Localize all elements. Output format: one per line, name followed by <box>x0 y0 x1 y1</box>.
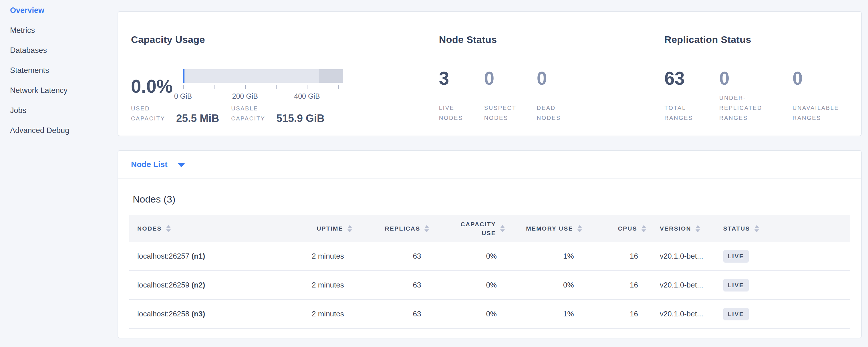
sidebar-item-statements[interactable]: Statements <box>10 60 118 81</box>
sidebar-item-network-latency[interactable]: Network Latency <box>10 81 118 100</box>
gauge-tick <box>183 85 184 89</box>
usable-capacity-label: USABLE CAPACITY <box>231 103 271 124</box>
sidebar-item-advanced-debug[interactable]: Advanced Debug <box>10 120 118 140</box>
sort-arrows-icon[interactable] <box>166 225 171 232</box>
sort-arrows-icon[interactable] <box>347 225 352 232</box>
unavailable-ranges-label: UNAVAILABLE RANGES <box>793 103 850 123</box>
table-header-row: NODESUPTIMEREPLICASCAPACITY USEMEMORY US… <box>129 215 850 242</box>
cell-uptime: 2 minutes <box>282 242 355 271</box>
column-header-label: MEMORY USE <box>526 225 573 232</box>
nodes-section-title: Nodes (3) <box>133 194 850 205</box>
usable-capacity-stat: USABLE CAPACITY 515.9 GiB <box>231 103 324 124</box>
sidebar-item-overview[interactable]: Overview <box>10 0 118 20</box>
usable-capacity-value: 515.9 GiB <box>276 113 324 124</box>
column-header-label: CAPACITY USE <box>451 220 496 238</box>
cluster-summary-card: Capacity Usage 0.0% 0 GiB200 GiB400 GiB <box>118 11 862 136</box>
cell-uptime: 2 minutes <box>282 271 355 299</box>
unavailable-ranges-value: 0 <box>793 69 850 88</box>
cell-replicas: 63 <box>355 271 432 299</box>
cell-memory_use: 0% <box>508 271 585 299</box>
sidebar-item-jobs[interactable]: Jobs <box>10 100 118 120</box>
cell-capacity_use: 0% <box>432 242 508 271</box>
cell-replicas: 63 <box>355 299 432 328</box>
cell-capacity_use: 0% <box>432 299 508 328</box>
under-replicated-ranges-label: UNDER-REPLICATED RANGES <box>719 93 771 123</box>
chevron-down-icon <box>178 163 185 167</box>
node-list-dropdown-label[interactable]: Node List <box>131 160 167 169</box>
column-header-version[interactable]: VERSION <box>649 215 712 242</box>
sort-arrows-icon[interactable] <box>425 225 429 232</box>
main-content: Capacity Usage 0.0% 0 GiB200 GiB400 GiB <box>118 0 868 347</box>
column-header-capacity_use[interactable]: CAPACITY USE <box>432 215 508 242</box>
node-list-dropdown[interactable]: Node List <box>118 151 861 179</box>
sort-arrows-icon[interactable] <box>642 225 646 232</box>
cell-node[interactable]: localhost:26258 (n3) <box>129 299 282 328</box>
column-header-label: CPUS <box>618 225 637 232</box>
sort-arrows-icon[interactable] <box>754 225 759 232</box>
column-header-memory_use[interactable]: MEMORY USE <box>508 215 585 242</box>
dead-nodes-label: DEAD NODES <box>537 103 569 123</box>
node-status-title: Node Status <box>439 34 664 45</box>
suspect-nodes-value: 0 <box>484 69 521 88</box>
sidebar-item-databases[interactable]: Databases <box>10 40 118 60</box>
gauge-tick-label: 200 GiB <box>232 92 258 100</box>
cell-version: v20.1.0-bet... <box>649 242 712 271</box>
sidebar-nav: OverviewMetricsDatabasesStatementsNetwor… <box>0 0 118 347</box>
column-header-cpus[interactable]: CPUS <box>585 215 649 242</box>
node-address[interactable]: localhost:26259 <box>137 281 191 289</box>
cell-node[interactable]: localhost:26259 (n2) <box>129 271 282 299</box>
cell-status: LIVE <box>712 242 850 271</box>
sort-arrows-icon[interactable] <box>695 225 700 232</box>
node-address[interactable]: localhost:26257 <box>137 252 191 260</box>
unavailable-ranges-stat: 0 UNAVAILABLE RANGES <box>793 69 850 123</box>
node-status-stats: 3 LIVE NODES 0 SUSPECT NODES 0 DEAD NODE… <box>439 69 664 123</box>
capacity-usage-title: Capacity Usage <box>131 34 439 45</box>
cell-status: LIVE <box>712 299 850 328</box>
sidebar-item-metrics[interactable]: Metrics <box>10 20 118 40</box>
sort-arrows-icon[interactable] <box>578 225 582 232</box>
cell-capacity_use: 0% <box>432 271 508 299</box>
under-replicated-ranges-value: 0 <box>719 69 771 88</box>
cell-node[interactable]: localhost:26257 (n1) <box>129 242 282 271</box>
cell-memory_use: 1% <box>508 299 585 328</box>
column-header-node[interactable]: NODES <box>129 215 282 242</box>
node-id: (n2) <box>191 281 205 289</box>
cell-version: v20.1.0-bet... <box>649 271 712 299</box>
node-list-card: Node List Nodes (3) NODESUPTIMEREPLICASC… <box>118 150 862 339</box>
gauge-tick-label: 400 GiB <box>294 92 320 100</box>
cell-uptime: 2 minutes <box>282 299 355 328</box>
replication-status-section: Replication Status 63 TOTAL RANGES 0 UND… <box>664 26 850 123</box>
column-header-label: VERSION <box>660 225 691 232</box>
column-header-label: NODES <box>137 225 162 232</box>
column-header-status[interactable]: STATUS <box>712 215 850 242</box>
replication-status-title: Replication Status <box>664 34 850 45</box>
cell-cpus: 16 <box>585 271 649 299</box>
dead-nodes-stat: 0 DEAD NODES <box>537 69 569 123</box>
status-badge: LIVE <box>723 308 749 320</box>
suspect-nodes-label: SUSPECT NODES <box>484 103 521 123</box>
capacity-gauge-row: 0.0% 0 GiB200 GiB400 GiB <box>131 69 439 103</box>
column-header-replicas[interactable]: REPLICAS <box>355 215 432 242</box>
capacity-gauge-bar <box>183 69 343 83</box>
node-address[interactable]: localhost:26258 <box>137 310 191 318</box>
table-row[interactable]: localhost:26257 (n1)2 minutes630%1%16v20… <box>129 242 850 271</box>
nodes-table: NODESUPTIMEREPLICASCAPACITY USEMEMORY US… <box>129 215 850 329</box>
used-capacity-stat: USED CAPACITY 25.5 MiB <box>131 103 219 124</box>
cell-status: LIVE <box>712 271 850 299</box>
used-capacity-label: USED CAPACITY <box>131 103 171 124</box>
cell-cpus: 16 <box>585 242 649 271</box>
total-ranges-stat: 63 TOTAL RANGES <box>664 69 698 123</box>
node-id: (n3) <box>191 310 205 318</box>
sort-arrows-icon[interactable] <box>500 225 505 232</box>
node-status-section: Node Status 3 LIVE NODES 0 SUSPECT NODES… <box>439 26 664 123</box>
table-row[interactable]: localhost:26258 (n3)2 minutes630%1%16v20… <box>129 299 850 328</box>
suspect-nodes-stat: 0 SUSPECT NODES <box>484 69 521 123</box>
gauge-tick <box>214 85 215 89</box>
table-row[interactable]: localhost:26259 (n2)2 minutes630%0%16v20… <box>129 271 850 299</box>
live-nodes-value: 3 <box>439 69 468 88</box>
cell-cpus: 16 <box>585 299 649 328</box>
column-header-uptime[interactable]: UPTIME <box>282 215 355 242</box>
gauge-tick <box>338 85 339 89</box>
total-ranges-label: TOTAL RANGES <box>664 103 698 123</box>
total-ranges-value: 63 <box>664 69 698 88</box>
